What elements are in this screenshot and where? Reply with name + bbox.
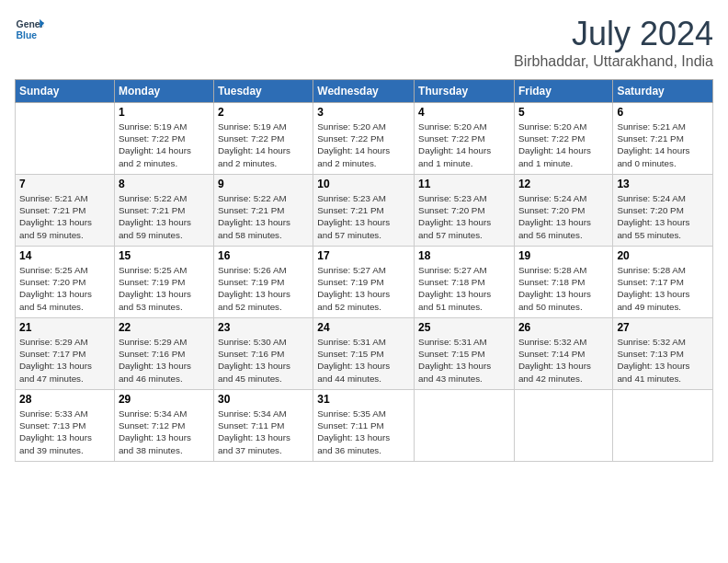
table-cell: 5Sunrise: 5:20 AM Sunset: 7:22 PM Daylig…	[514, 103, 612, 175]
day-number: 2	[218, 106, 309, 119]
day-info: Sunrise: 5:21 AM Sunset: 7:21 PM Dayligh…	[19, 192, 110, 241]
day-info: Sunrise: 5:34 AM Sunset: 7:11 PM Dayligh…	[218, 408, 309, 456]
day-number: 23	[218, 321, 309, 334]
table-cell: 3Sunrise: 5:20 AM Sunset: 7:22 PM Daylig…	[313, 103, 415, 175]
location: Birbhaddar, Uttarakhand, India	[514, 53, 713, 70]
day-info: Sunrise: 5:24 AM Sunset: 7:20 PM Dayligh…	[518, 192, 609, 241]
header-row: Sunday Monday Tuesday Wednesday Thursday…	[16, 80, 713, 103]
table-cell: 28Sunrise: 5:33 AM Sunset: 7:13 PM Dayli…	[16, 390, 115, 462]
day-number: 16	[218, 249, 309, 262]
table-cell: 19Sunrise: 5:28 AM Sunset: 7:18 PM Dayli…	[514, 247, 612, 318]
table-cell: 21Sunrise: 5:29 AM Sunset: 7:17 PM Dayli…	[16, 318, 115, 390]
week-row-1: 1Sunrise: 5:19 AM Sunset: 7:22 PM Daylig…	[16, 103, 713, 175]
day-number: 13	[617, 178, 709, 190]
day-info: Sunrise: 5:27 AM Sunset: 7:19 PM Dayligh…	[317, 264, 410, 313]
calendar-table: Sunday Monday Tuesday Wednesday Thursday…	[15, 79, 713, 462]
col-thursday: Thursday	[415, 80, 515, 103]
svg-text:Blue: Blue	[17, 30, 38, 40]
day-info: Sunrise: 5:30 AM Sunset: 7:16 PM Dayligh…	[218, 336, 309, 385]
title-block: July 2024 Birbhaddar, Uttarakhand, India	[514, 15, 713, 70]
day-info: Sunrise: 5:32 AM Sunset: 7:14 PM Dayligh…	[518, 336, 609, 385]
day-number: 11	[418, 178, 510, 190]
day-info: Sunrise: 5:19 AM Sunset: 7:22 PM Dayligh…	[218, 121, 309, 169]
day-info: Sunrise: 5:31 AM Sunset: 7:15 PM Dayligh…	[418, 336, 510, 385]
day-info: Sunrise: 5:22 AM Sunset: 7:21 PM Dayligh…	[119, 192, 210, 241]
day-number: 3	[317, 106, 410, 119]
table-cell	[514, 390, 612, 462]
day-number: 21	[19, 321, 110, 334]
day-number: 7	[19, 178, 110, 190]
table-cell: 1Sunrise: 5:19 AM Sunset: 7:22 PM Daylig…	[114, 103, 213, 175]
table-cell: 31Sunrise: 5:35 AM Sunset: 7:11 PM Dayli…	[313, 390, 415, 462]
table-cell: 11Sunrise: 5:23 AM Sunset: 7:20 PM Dayli…	[415, 175, 515, 247]
table-cell: 14Sunrise: 5:25 AM Sunset: 7:20 PM Dayli…	[16, 247, 115, 318]
table-cell: 29Sunrise: 5:34 AM Sunset: 7:12 PM Dayli…	[114, 390, 213, 462]
col-wednesday: Wednesday	[313, 80, 415, 103]
week-row-4: 21Sunrise: 5:29 AM Sunset: 7:17 PM Dayli…	[16, 318, 713, 390]
table-cell: 9Sunrise: 5:22 AM Sunset: 7:21 PM Daylig…	[213, 175, 313, 247]
day-info: Sunrise: 5:29 AM Sunset: 7:17 PM Dayligh…	[19, 336, 110, 385]
table-cell: 8Sunrise: 5:22 AM Sunset: 7:21 PM Daylig…	[114, 175, 213, 247]
day-number: 19	[518, 249, 609, 262]
day-number: 9	[218, 178, 309, 190]
table-cell: 25Sunrise: 5:31 AM Sunset: 7:15 PM Dayli…	[415, 318, 515, 390]
day-number: 31	[317, 393, 410, 406]
table-cell: 22Sunrise: 5:29 AM Sunset: 7:16 PM Dayli…	[114, 318, 213, 390]
day-number: 29	[119, 393, 210, 406]
table-cell: 10Sunrise: 5:23 AM Sunset: 7:21 PM Dayli…	[313, 175, 415, 247]
day-info: Sunrise: 5:35 AM Sunset: 7:11 PM Dayligh…	[317, 408, 410, 456]
table-cell: 20Sunrise: 5:28 AM Sunset: 7:17 PM Dayli…	[613, 247, 713, 318]
day-number: 10	[317, 178, 410, 190]
day-info: Sunrise: 5:23 AM Sunset: 7:20 PM Dayligh…	[418, 192, 510, 241]
table-cell: 6Sunrise: 5:21 AM Sunset: 7:21 PM Daylig…	[613, 103, 713, 175]
day-info: Sunrise: 5:25 AM Sunset: 7:19 PM Dayligh…	[119, 264, 210, 313]
day-number: 25	[418, 321, 510, 334]
table-cell: 15Sunrise: 5:25 AM Sunset: 7:19 PM Dayli…	[114, 247, 213, 318]
day-info: Sunrise: 5:25 AM Sunset: 7:20 PM Dayligh…	[19, 264, 110, 313]
table-cell: 16Sunrise: 5:26 AM Sunset: 7:19 PM Dayli…	[213, 247, 313, 318]
day-number: 15	[119, 249, 210, 262]
col-monday: Monday	[114, 80, 213, 103]
day-info: Sunrise: 5:24 AM Sunset: 7:20 PM Dayligh…	[617, 192, 709, 241]
week-row-5: 28Sunrise: 5:33 AM Sunset: 7:13 PM Dayli…	[16, 390, 713, 462]
day-number: 28	[19, 393, 110, 406]
day-info: Sunrise: 5:27 AM Sunset: 7:18 PM Dayligh…	[418, 264, 510, 313]
day-info: Sunrise: 5:19 AM Sunset: 7:22 PM Dayligh…	[119, 121, 210, 169]
logo: General Blue	[15, 15, 44, 44]
table-cell	[415, 390, 515, 462]
day-info: Sunrise: 5:34 AM Sunset: 7:12 PM Dayligh…	[119, 408, 210, 456]
day-number: 12	[518, 178, 609, 190]
day-number: 27	[617, 321, 709, 334]
day-info: Sunrise: 5:20 AM Sunset: 7:22 PM Dayligh…	[518, 121, 609, 169]
day-number: 14	[19, 249, 110, 262]
day-info: Sunrise: 5:28 AM Sunset: 7:18 PM Dayligh…	[518, 264, 609, 313]
week-row-3: 14Sunrise: 5:25 AM Sunset: 7:20 PM Dayli…	[16, 247, 713, 318]
table-cell: 30Sunrise: 5:34 AM Sunset: 7:11 PM Dayli…	[213, 390, 313, 462]
logo-icon: General Blue	[15, 15, 44, 44]
table-cell: 12Sunrise: 5:24 AM Sunset: 7:20 PM Dayli…	[514, 175, 612, 247]
day-info: Sunrise: 5:23 AM Sunset: 7:21 PM Dayligh…	[317, 192, 410, 241]
table-cell	[613, 390, 713, 462]
table-cell: 13Sunrise: 5:24 AM Sunset: 7:20 PM Dayli…	[613, 175, 713, 247]
page: General Blue July 2024 Birbhaddar, Uttar…	[0, 0, 728, 563]
table-cell: 26Sunrise: 5:32 AM Sunset: 7:14 PM Dayli…	[514, 318, 612, 390]
col-friday: Friday	[514, 80, 612, 103]
col-tuesday: Tuesday	[213, 80, 313, 103]
day-number: 5	[518, 106, 609, 119]
table-cell: 23Sunrise: 5:30 AM Sunset: 7:16 PM Dayli…	[213, 318, 313, 390]
day-info: Sunrise: 5:26 AM Sunset: 7:19 PM Dayligh…	[218, 264, 309, 313]
day-number: 22	[119, 321, 210, 334]
table-cell: 24Sunrise: 5:31 AM Sunset: 7:15 PM Dayli…	[313, 318, 415, 390]
day-number: 8	[119, 178, 210, 190]
table-cell: 2Sunrise: 5:19 AM Sunset: 7:22 PM Daylig…	[213, 103, 313, 175]
day-info: Sunrise: 5:21 AM Sunset: 7:21 PM Dayligh…	[617, 121, 709, 169]
day-info: Sunrise: 5:33 AM Sunset: 7:13 PM Dayligh…	[19, 408, 110, 456]
day-number: 26	[518, 321, 609, 334]
col-sunday: Sunday	[16, 80, 115, 103]
day-info: Sunrise: 5:20 AM Sunset: 7:22 PM Dayligh…	[418, 121, 510, 169]
day-info: Sunrise: 5:22 AM Sunset: 7:21 PM Dayligh…	[218, 192, 309, 241]
table-cell: 17Sunrise: 5:27 AM Sunset: 7:19 PM Dayli…	[313, 247, 415, 318]
table-cell: 27Sunrise: 5:32 AM Sunset: 7:13 PM Dayli…	[613, 318, 713, 390]
month-title: July 2024	[514, 15, 713, 53]
week-row-2: 7Sunrise: 5:21 AM Sunset: 7:21 PM Daylig…	[16, 175, 713, 247]
